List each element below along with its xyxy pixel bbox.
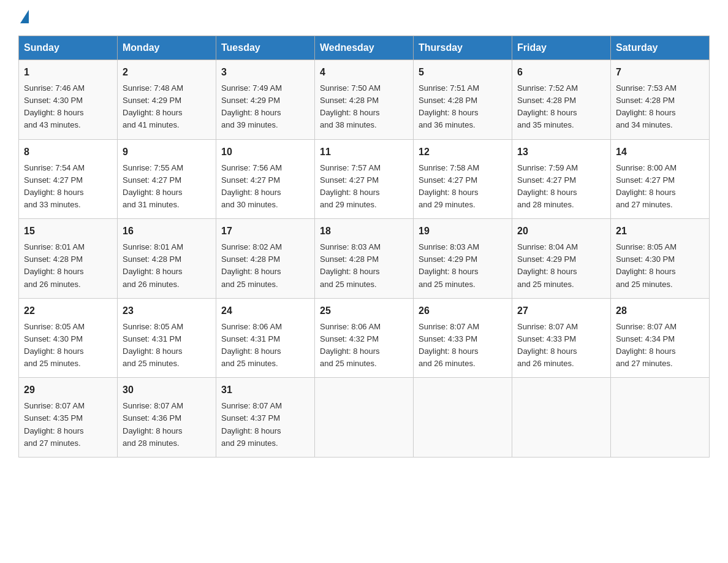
day-of-week-header: Tuesday (216, 36, 315, 60)
day-info: Sunrise: 7:51 AMSunset: 4:28 PMDaylight:… (419, 83, 479, 129)
day-number: 18 (320, 224, 408, 239)
calendar-day-cell: 14 Sunrise: 8:00 AMSunset: 4:27 PMDaylig… (611, 139, 710, 219)
day-info: Sunrise: 8:03 AMSunset: 4:28 PMDaylight:… (320, 242, 381, 288)
day-number: 3 (221, 65, 309, 80)
day-info: Sunrise: 7:46 AMSunset: 4:30 PMDaylight:… (24, 83, 85, 129)
day-number: 7 (616, 65, 704, 80)
day-info: Sunrise: 8:02 AMSunset: 4:28 PMDaylight:… (221, 242, 282, 288)
day-number: 21 (616, 224, 704, 239)
day-info: Sunrise: 8:06 AMSunset: 4:32 PMDaylight:… (320, 322, 381, 368)
calendar-week-row: 1 Sunrise: 7:46 AMSunset: 4:30 PMDayligh… (19, 60, 710, 140)
calendar-table: SundayMondayTuesdayWednesdayThursdayFrid… (18, 36, 710, 458)
day-info: Sunrise: 8:05 AMSunset: 4:30 PMDaylight:… (616, 242, 677, 288)
day-info: Sunrise: 8:07 AMSunset: 4:36 PMDaylight:… (123, 401, 183, 447)
calendar-day-cell: 18 Sunrise: 8:03 AMSunset: 4:28 PMDaylig… (315, 219, 414, 299)
calendar-week-row: 15 Sunrise: 8:01 AMSunset: 4:28 PMDaylig… (19, 219, 710, 299)
day-info: Sunrise: 7:50 AMSunset: 4:28 PMDaylight:… (320, 83, 381, 129)
day-info: Sunrise: 8:05 AMSunset: 4:31 PMDaylight:… (123, 322, 183, 368)
calendar-day-cell: 20 Sunrise: 8:04 AMSunset: 4:29 PMDaylig… (512, 219, 611, 299)
day-number: 10 (221, 145, 309, 159)
day-number: 30 (123, 383, 211, 397)
day-number: 5 (419, 65, 507, 80)
day-info: Sunrise: 8:07 AMSunset: 4:37 PMDaylight:… (221, 401, 282, 447)
day-info: Sunrise: 8:07 AMSunset: 4:35 PMDaylight:… (24, 401, 85, 447)
day-info: Sunrise: 7:54 AMSunset: 4:27 PMDaylight:… (24, 163, 85, 209)
calendar-day-cell: 24 Sunrise: 8:06 AMSunset: 4:31 PMDaylig… (216, 298, 315, 378)
day-info: Sunrise: 7:59 AMSunset: 4:27 PMDaylight:… (517, 163, 578, 209)
day-number: 4 (320, 65, 408, 80)
calendar-day-cell: 16 Sunrise: 8:01 AMSunset: 4:28 PMDaylig… (118, 219, 216, 299)
day-info: Sunrise: 7:58 AMSunset: 4:27 PMDaylight:… (419, 163, 479, 209)
day-number: 8 (24, 145, 112, 159)
day-number: 1 (24, 65, 112, 80)
day-of-week-header: Wednesday (315, 36, 414, 60)
calendar-day-cell: 6 Sunrise: 7:52 AMSunset: 4:28 PMDayligh… (512, 60, 611, 140)
day-info: Sunrise: 8:07 AMSunset: 4:33 PMDaylight:… (517, 322, 578, 368)
calendar-day-cell: 19 Sunrise: 8:03 AMSunset: 4:29 PMDaylig… (414, 219, 512, 299)
day-number: 23 (123, 304, 211, 318)
calendar-day-cell: 15 Sunrise: 8:01 AMSunset: 4:28 PMDaylig… (19, 219, 118, 299)
calendar-day-cell: 25 Sunrise: 8:06 AMSunset: 4:32 PMDaylig… (315, 298, 414, 378)
calendar-day-cell: 9 Sunrise: 7:55 AMSunset: 4:27 PMDayligh… (118, 139, 216, 219)
calendar-day-cell: 30 Sunrise: 8:07 AMSunset: 4:36 PMDaylig… (118, 378, 216, 458)
day-number: 6 (517, 65, 605, 80)
day-info: Sunrise: 8:04 AMSunset: 4:29 PMDaylight:… (517, 242, 578, 288)
day-number: 31 (221, 383, 309, 397)
day-of-week-header: Thursday (414, 36, 512, 60)
day-info: Sunrise: 8:07 AMSunset: 4:34 PMDaylight:… (616, 322, 677, 368)
day-of-week-header: Saturday (611, 36, 710, 60)
calendar-week-row: 22 Sunrise: 8:05 AMSunset: 4:30 PMDaylig… (19, 298, 710, 378)
day-number: 19 (419, 224, 507, 239)
calendar-day-cell (512, 378, 611, 458)
calendar-day-cell: 21 Sunrise: 8:05 AMSunset: 4:30 PMDaylig… (611, 219, 710, 299)
calendar-day-cell: 8 Sunrise: 7:54 AMSunset: 4:27 PMDayligh… (19, 139, 118, 219)
day-info: Sunrise: 7:52 AMSunset: 4:28 PMDaylight:… (517, 83, 578, 129)
calendar-week-row: 29 Sunrise: 8:07 AMSunset: 4:35 PMDaylig… (19, 378, 710, 458)
calendar-day-cell: 31 Sunrise: 8:07 AMSunset: 4:37 PMDaylig… (216, 378, 315, 458)
day-number: 11 (320, 145, 408, 159)
day-info: Sunrise: 8:07 AMSunset: 4:33 PMDaylight:… (419, 322, 479, 368)
day-info: Sunrise: 7:48 AMSunset: 4:29 PMDaylight:… (123, 83, 183, 129)
day-number: 15 (24, 224, 112, 239)
day-info: Sunrise: 7:53 AMSunset: 4:28 PMDaylight:… (616, 83, 677, 129)
calendar-day-cell: 13 Sunrise: 7:59 AMSunset: 4:27 PMDaylig… (512, 139, 611, 219)
day-number: 22 (24, 304, 112, 318)
day-number: 12 (419, 145, 507, 159)
calendar-day-cell: 17 Sunrise: 8:02 AMSunset: 4:28 PMDaylig… (216, 219, 315, 299)
day-number: 16 (123, 224, 211, 239)
calendar-day-cell: 11 Sunrise: 7:57 AMSunset: 4:27 PMDaylig… (315, 139, 414, 219)
day-number: 24 (221, 304, 309, 318)
day-number: 26 (419, 304, 507, 318)
day-info: Sunrise: 8:01 AMSunset: 4:28 PMDaylight:… (123, 242, 183, 288)
day-number: 14 (616, 145, 704, 159)
day-info: Sunrise: 8:01 AMSunset: 4:28 PMDaylight:… (24, 242, 85, 288)
day-of-week-header: Sunday (19, 36, 118, 60)
calendar-header-row: SundayMondayTuesdayWednesdayThursdayFrid… (19, 36, 710, 60)
calendar-day-cell: 12 Sunrise: 7:58 AMSunset: 4:27 PMDaylig… (414, 139, 512, 219)
day-info: Sunrise: 7:56 AMSunset: 4:27 PMDaylight:… (221, 163, 282, 209)
logo (18, 12, 29, 23)
calendar-day-cell: 2 Sunrise: 7:48 AMSunset: 4:29 PMDayligh… (118, 60, 216, 140)
day-number: 17 (221, 224, 309, 239)
calendar-day-cell: 4 Sunrise: 7:50 AMSunset: 4:28 PMDayligh… (315, 60, 414, 140)
day-number: 29 (24, 383, 112, 397)
calendar-day-cell: 26 Sunrise: 8:07 AMSunset: 4:33 PMDaylig… (414, 298, 512, 378)
calendar-day-cell: 28 Sunrise: 8:07 AMSunset: 4:34 PMDaylig… (611, 298, 710, 378)
calendar-day-cell: 23 Sunrise: 8:05 AMSunset: 4:31 PMDaylig… (118, 298, 216, 378)
day-info: Sunrise: 7:49 AMSunset: 4:29 PMDaylight:… (221, 83, 282, 129)
day-number: 20 (517, 224, 605, 239)
day-info: Sunrise: 8:06 AMSunset: 4:31 PMDaylight:… (221, 322, 282, 368)
day-number: 13 (517, 145, 605, 159)
day-info: Sunrise: 7:55 AMSunset: 4:27 PMDaylight:… (123, 163, 183, 209)
calendar-day-cell: 1 Sunrise: 7:46 AMSunset: 4:30 PMDayligh… (19, 60, 118, 140)
calendar-day-cell (414, 378, 512, 458)
day-info: Sunrise: 8:03 AMSunset: 4:29 PMDaylight:… (419, 242, 479, 288)
day-number: 9 (123, 145, 211, 159)
day-info: Sunrise: 8:05 AMSunset: 4:30 PMDaylight:… (24, 322, 85, 368)
day-number: 27 (517, 304, 605, 318)
day-number: 25 (320, 304, 408, 318)
calendar-day-cell: 22 Sunrise: 8:05 AMSunset: 4:30 PMDaylig… (19, 298, 118, 378)
day-of-week-header: Friday (512, 36, 611, 60)
calendar-day-cell (611, 378, 710, 458)
day-number: 28 (616, 304, 704, 318)
